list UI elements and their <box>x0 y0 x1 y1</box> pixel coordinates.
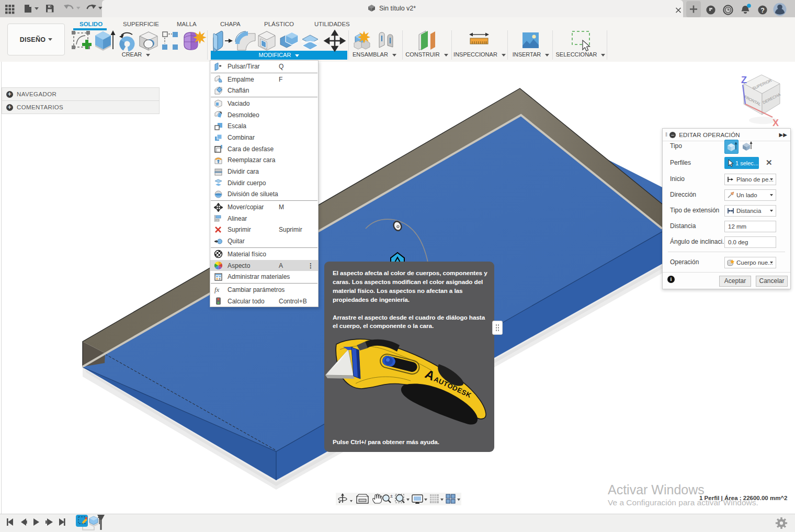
svg-text:Z: Z <box>741 75 747 85</box>
svg-text:X: X <box>773 118 779 128</box>
svg-text:?: ? <box>760 7 765 14</box>
svg-text:±: ± <box>390 493 393 499</box>
svg-text:fx: fx <box>214 286 220 293</box>
